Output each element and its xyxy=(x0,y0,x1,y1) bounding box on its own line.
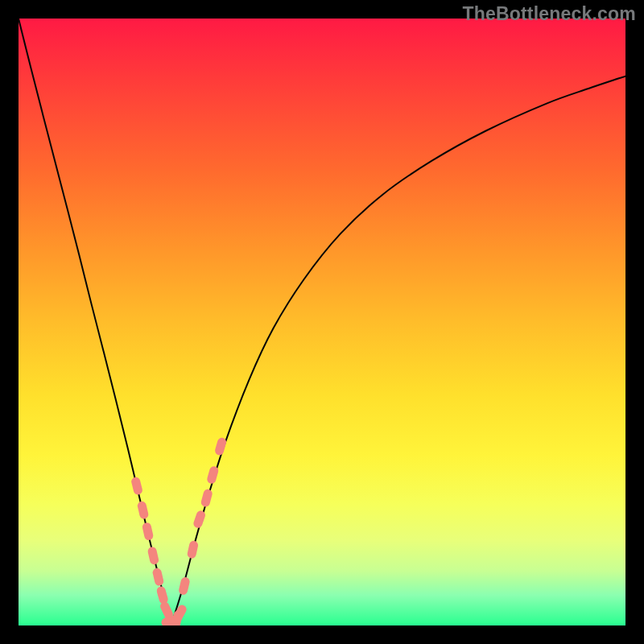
plot-area xyxy=(19,19,625,625)
marker-capsule xyxy=(184,582,186,591)
marker-capsule xyxy=(220,442,222,451)
marker-capsule xyxy=(205,493,208,502)
curves-layer xyxy=(19,19,625,625)
watermark-text: TheBottleneck.com xyxy=(462,3,636,25)
marker-capsule xyxy=(192,545,193,554)
curve-right-branch xyxy=(172,76,625,623)
marker-capsule xyxy=(178,609,182,617)
marker-capsule xyxy=(212,471,214,480)
marker-capsule xyxy=(147,527,148,536)
marker-capsule xyxy=(152,551,154,560)
marker-capsule xyxy=(142,506,143,514)
marker-capsule xyxy=(136,481,138,490)
chart-frame: TheBottleneck.com xyxy=(0,0,644,644)
marker-capsule xyxy=(157,572,159,581)
marker-capsule xyxy=(165,606,169,614)
marker-capsule xyxy=(198,515,201,523)
marker-capsule xyxy=(161,591,163,600)
marker-group xyxy=(136,442,222,625)
